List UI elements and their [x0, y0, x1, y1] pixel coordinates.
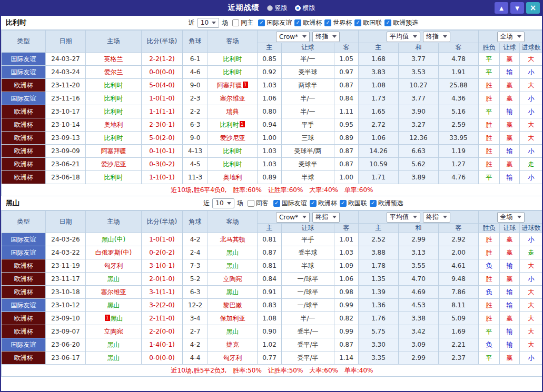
- result-goals-cell: 大: [520, 53, 543, 66]
- home-team-cell: 阿塞拜疆: [86, 145, 142, 158]
- average-stage-select[interactable]: 终指: [423, 32, 450, 42]
- odds-handicap-cell: 受平/半: [282, 351, 334, 365]
- score-cell: 5-0(2-0): [142, 132, 183, 145]
- home-team-cell: 黑山: [86, 338, 142, 351]
- checkbox-icon[interactable]: ✓: [354, 19, 361, 26]
- odds-handicap-cell: 半/一: [282, 105, 334, 118]
- team-name-text: 黑山: [226, 262, 239, 269]
- competition-filter-欧洲预选[interactable]: ✓欧洲预选: [384, 18, 418, 27]
- bookmaker-stage-select[interactable]: 终指: [312, 32, 340, 42]
- layout-radio-horizontal[interactable]: 横版: [295, 4, 315, 13]
- match-count-select[interactable]: 10: [212, 198, 234, 208]
- avg-draw-cell: 3.53: [399, 66, 439, 79]
- close-button[interactable]: ×: [526, 2, 540, 14]
- layout-radio-vertical[interactable]: 竖版: [267, 4, 288, 13]
- score-cell: 1-0(1-0): [142, 92, 183, 105]
- team-name-text: 捷克: [226, 341, 239, 348]
- bookmaker-select-value: Crow*: [279, 214, 298, 221]
- team-name-text: 英格兰: [104, 55, 123, 63]
- scope-header-group: 全场: [479, 31, 543, 43]
- competition-filter-欧国联[interactable]: ✓欧国联: [340, 199, 367, 208]
- result-outcome-cell: 胜: [479, 233, 500, 246]
- competition-filter-欧洲杯[interactable]: ✓欧洲杯: [294, 18, 322, 27]
- competition-filter-国际友谊[interactable]: ✓国际友谊: [258, 18, 292, 27]
- avg-home-cell: 1.68: [359, 53, 399, 66]
- competition-filters: ✓国际友谊✓欧洲杯✓欧国联✓欧洲预选: [271, 199, 403, 208]
- scope-select[interactable]: 全场: [497, 212, 525, 223]
- avg-draw-cell: 4.53: [399, 299, 439, 312]
- team-name-text: 奥地利: [223, 174, 242, 181]
- table-row: 欧洲杯23-10-14奥地利2-3(0-1)6-3比利时10.94平手0.952…: [2, 118, 543, 132]
- avg-home-cell: 14.26: [359, 145, 399, 158]
- result-goals-cell: 大: [520, 286, 543, 299]
- venue-filter[interactable]: 同主: [232, 18, 253, 27]
- average-stage-select[interactable]: 终指: [423, 212, 450, 223]
- chevron-down-icon: [302, 216, 307, 218]
- odds-home-cell: 0.89: [258, 171, 282, 184]
- subcol-goals-result: 进球数: [520, 43, 543, 53]
- chevron-down-icon: [517, 216, 521, 218]
- score-cell: 1-0(1-0): [142, 233, 183, 246]
- score-cell: 1-1(0-1): [142, 171, 183, 184]
- checkbox-icon[interactable]: ✓: [324, 19, 331, 26]
- avg-away-cell: 1.19: [439, 145, 479, 158]
- result-handicap-cell: 赢: [500, 233, 520, 246]
- checkbox-icon[interactable]: ✓: [273, 200, 280, 207]
- avg-home-cell: 1.35: [359, 273, 399, 286]
- score-cell: 5-0(4-0): [142, 79, 183, 92]
- table-row: 欧洲杯23-09-07立陶宛2-2(0-0)2-7黑山0.90受半/一0.995…: [2, 325, 543, 338]
- section-header-bar: 黑山 近 10 场 同客 ✓国际友谊✓欧洲杯✓欧国联✓欧洲预选: [1, 196, 542, 210]
- avg-away-cell: 2.37: [439, 351, 479, 365]
- checkbox-icon[interactable]: ✓: [340, 200, 347, 207]
- score-cell: 3-1(0-1): [142, 259, 183, 273]
- checkbox-icon[interactable]: ✓: [294, 19, 301, 26]
- venue-filter-checkbox[interactable]: [232, 19, 239, 26]
- date-cell: 24-03-27: [46, 53, 86, 66]
- odds-away-cell: 1.06: [334, 273, 359, 286]
- team-name-text: 比利时: [223, 147, 242, 155]
- score-cell: 0-1(0-1): [142, 145, 183, 158]
- avg-home-cell: 10.59: [359, 158, 399, 171]
- competition-filter-国际友谊[interactable]: ✓国际友谊: [273, 199, 307, 208]
- match-type-cell: 国际友谊: [2, 299, 46, 312]
- avg-away-cell: 4.76: [439, 171, 479, 184]
- venue-filter[interactable]: 同客: [248, 199, 269, 208]
- scope-select[interactable]: 全场: [497, 32, 525, 42]
- subcol-avg-away: 客: [439, 224, 479, 233]
- team-name-text: 阿塞拜疆: [101, 147, 126, 155]
- checkbox-icon[interactable]: ✓: [310, 200, 317, 207]
- competition-filter-欧洲预选[interactable]: ✓欧洲预选: [370, 199, 403, 208]
- result-handicap-cell: 输: [500, 171, 520, 184]
- radio-icon[interactable]: [267, 5, 273, 11]
- bookmaker-select[interactable]: Crow*: [276, 32, 310, 42]
- competition-filter-世界杯[interactable]: ✓世界杯: [324, 18, 352, 27]
- team-section-belgium: 比利时 近 10 场 同主 ✓国际友谊✓欧洲杯✓世界杯✓欧国联✓欧洲预选: [1, 16, 542, 196]
- average-select[interactable]: 平均值: [387, 212, 420, 223]
- radio-icon[interactable]: [295, 5, 301, 11]
- avg-draw-cell: 3.27: [399, 118, 439, 132]
- date-cell: 23-10-17: [46, 105, 86, 118]
- competition-filter-欧洲杯[interactable]: ✓欧洲杯: [310, 199, 337, 208]
- bookmaker-stage-select[interactable]: 终指: [312, 212, 340, 223]
- scroll-up-button[interactable]: ▲: [495, 2, 508, 14]
- match-count-select[interactable]: 10: [198, 18, 219, 28]
- col-header-score: 比分(半场): [142, 211, 183, 233]
- avg-home-cell: 1.39: [359, 286, 399, 299]
- checkbox-icon[interactable]: ✓: [258, 19, 265, 26]
- avg-draw-cell: 4.69: [399, 286, 439, 299]
- recent-results-window: 近期战绩 竖版 横版 ▲ ▼ × 比利时 近 10: [0, 0, 543, 392]
- radio-label-horizontal: 横版: [303, 4, 315, 13]
- average-select[interactable]: 平均值: [387, 32, 420, 42]
- scroll-down-button[interactable]: ▼: [510, 2, 524, 14]
- venue-filter-checkbox[interactable]: [248, 200, 254, 207]
- bookmaker-select[interactable]: Crow*: [276, 212, 310, 223]
- competition-filter-欧国联[interactable]: ✓欧国联: [354, 18, 382, 27]
- home-team-cell: 比利时: [86, 92, 142, 105]
- result-outcome-cell: 胜: [479, 312, 500, 325]
- checkbox-icon[interactable]: ✓: [370, 200, 377, 207]
- checkbox-icon[interactable]: ✓: [384, 19, 391, 26]
- odds-away-cell: 0.99: [334, 299, 359, 312]
- result-handicap-cell: 输: [500, 299, 520, 312]
- avg-draw-cell: 3.42: [399, 325, 439, 338]
- chevron-down-icon: [443, 216, 447, 218]
